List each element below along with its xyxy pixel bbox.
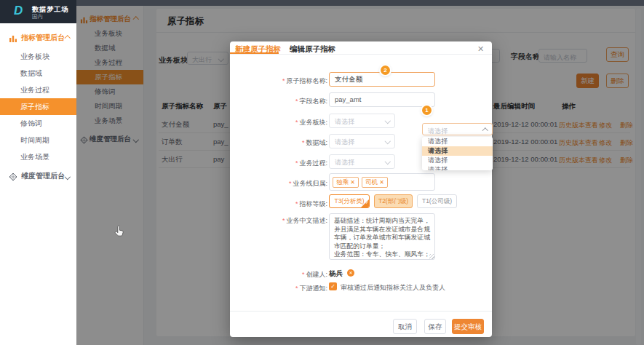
chevron-down-icon [384, 118, 390, 124]
chevron-down-icon [384, 159, 390, 164]
creator-remove-icon[interactable]: ✕ [347, 269, 354, 277]
check-icon: ✓ [365, 197, 369, 208]
divider [230, 54, 492, 55]
sidebar-group-dimension-admin[interactable]: 维度管理后台 [0, 169, 76, 183]
notify-checkbox[interactable]: ✓ [329, 282, 337, 290]
close-icon[interactable]: ✕ [477, 44, 484, 54]
chevron-down-icon [384, 138, 390, 144]
required-mark: * [295, 119, 298, 126]
sidebar-item-business-block[interactable]: 业务板块 [0, 48, 76, 65]
field-label-block: *业务板块: [242, 118, 327, 127]
tag-remove-icon[interactable]: ✕ [350, 179, 355, 186]
field-label-line: *业务线归属: [242, 179, 327, 189]
chevron-up-icon [482, 128, 488, 134]
dropdown-select[interactable]: 请选择 [422, 123, 493, 135]
field-label-name: *原子指标名称: [242, 76, 327, 86]
brand-header: D 数据梦工场 国内 [0, 0, 76, 23]
required-mark: * [295, 159, 298, 167]
resize-handle[interactable] [429, 254, 434, 259]
domain-select[interactable]: 请选择 [329, 134, 395, 148]
required-mark: * [295, 200, 298, 207]
field-label-domain: *数据域: [242, 138, 327, 148]
dropdown-options-panel: 请选择 请选择 请选择 请选择 [422, 137, 493, 170]
mouse-cursor [114, 226, 124, 240]
sidebar-item-atomic-metric[interactable]: 原子指标 [0, 98, 76, 115]
line-tags-box[interactable]: 独乘✕ 司机✕ [329, 173, 435, 191]
sidebar-item-time-period[interactable]: 时间周期 [0, 132, 76, 148]
dropdown-option[interactable]: 请选择 [422, 156, 493, 165]
select-placeholder: 请选择 [335, 138, 354, 146]
field-label-process: *业务过程: [242, 159, 327, 168]
step-badge-2: 2 [381, 66, 390, 75]
sidebar-group-metric-admin[interactable]: 指标管理后台 [0, 31, 76, 45]
chevron-down-icon [64, 174, 70, 180]
dimension-icon [9, 172, 17, 181]
required-mark: * [302, 139, 305, 146]
notify-text: 审核通过后通知指标关注人及负责人 [341, 283, 445, 293]
field-label-field: *字段名称: [242, 97, 327, 106]
sidebar-item-business-scene[interactable]: 业务场景 [0, 148, 76, 165]
brand-logo-icon: D [14, 4, 23, 18]
field-label-level: *指标等级: [242, 199, 327, 209]
sidebar-item-modifier[interactable]: 修饰词 [0, 115, 76, 132]
field-name-input[interactable]: pay_amt [329, 92, 435, 107]
required-mark: * [295, 285, 298, 292]
required-mark: * [295, 98, 298, 105]
brand-region: 国内 [32, 13, 43, 20]
cancel-button[interactable]: 取消 [393, 319, 417, 334]
field-label-creator: *创建人: [242, 270, 327, 279]
submit-review-button[interactable]: 提交审核 [452, 319, 484, 334]
outer-sidebar: D 数据梦工场 国内 指标管理后台 业务板块 数据域 业务过程 原子指标 修饰词… [0, 0, 76, 345]
dropdown-placeholder: 请选择 [428, 127, 448, 136]
dropdown-option[interactable]: 请选择 [422, 165, 493, 170]
chevron-up-icon [64, 36, 70, 41]
divider [230, 311, 492, 312]
required-mark: * [282, 217, 285, 224]
sidebar-group-label: 维度管理后台 [21, 169, 65, 183]
tag-remove-icon[interactable]: ✕ [379, 179, 384, 186]
dropdown-option[interactable]: 请选择 [422, 137, 493, 146]
select-placeholder: 请选择 [335, 118, 354, 125]
creator-name: 杨兵 [329, 269, 343, 279]
tag-solo-ride[interactable]: 独乘✕ [333, 177, 359, 188]
bar-chart-icon [9, 33, 17, 42]
save-button[interactable]: 保存 [424, 319, 446, 334]
field-label-desc: *业务中文描述: [242, 216, 327, 226]
level-t2-button[interactable]: T2(部门级) [374, 194, 413, 208]
required-mark: * [282, 77, 285, 84]
required-mark: * [302, 271, 305, 278]
step-badge-1: 1 [422, 106, 432, 115]
tab-edit-metric[interactable]: 编辑原子指标 [290, 44, 335, 55]
required-mark: * [289, 180, 292, 187]
app-screen: D 数据梦工场 国内 指标管理后台 业务板块 数据域 业务过程 原子指标 修饰词… [0, 0, 644, 345]
level-t1-button[interactable]: T1(公司级) [417, 194, 457, 208]
block-select[interactable]: 请选择 [329, 114, 395, 128]
sidebar-item-data-domain[interactable]: 数据域 [0, 65, 76, 82]
select-placeholder: 请选择 [335, 159, 354, 166]
dropdown-option-highlighted[interactable]: 请选择 [422, 146, 493, 156]
metric-name-input[interactable]: 支付金额 [329, 72, 435, 87]
level-t3-button[interactable]: T3(分析类)✓ [329, 194, 370, 208]
sidebar-group-label: 指标管理后台 [21, 31, 65, 45]
process-select[interactable]: 请选择 [329, 154, 395, 169]
field-label-notify: *下游通知: [242, 284, 327, 293]
description-textarea[interactable]: 基础描述：统计周期内当天完单，并且满足其车辆在发证城市是合规车辆，订单发单城市和… [329, 213, 435, 260]
tag-driver[interactable]: 司机✕ [362, 177, 388, 188]
sidebar-item-business-process[interactable]: 业务过程 [0, 82, 76, 98]
